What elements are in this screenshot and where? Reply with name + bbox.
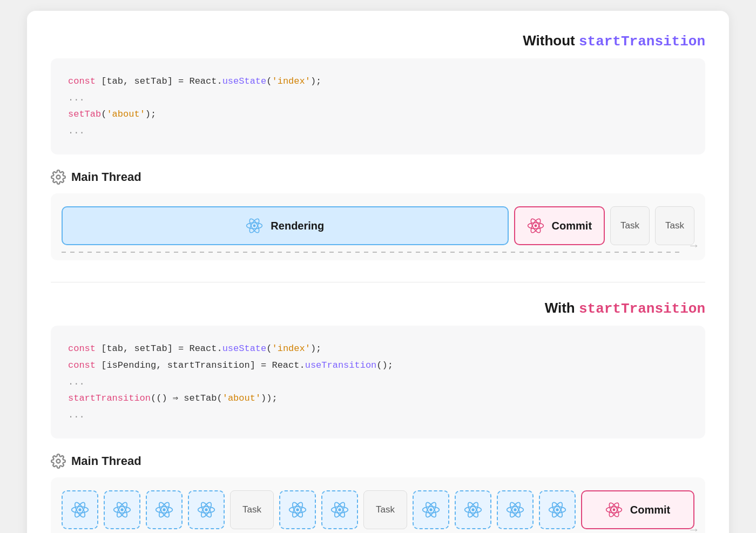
section1-title-row: Without startTransition bbox=[51, 32, 705, 50]
code-block-1: const [tab, setTab] = React.useState('in… bbox=[51, 58, 705, 154]
code-line-2: ... bbox=[68, 90, 688, 107]
react-atom-10 bbox=[548, 500, 567, 519]
react-dashed-3 bbox=[146, 490, 183, 529]
code2-line-4: startTransition(() ⇒ setTab('about')); bbox=[68, 390, 688, 407]
str-index-1: 'index' bbox=[272, 76, 310, 86]
rendering-label: Rendering bbox=[271, 220, 324, 232]
react-dashed-1 bbox=[62, 490, 98, 529]
code-line-3: setTab('about'); bbox=[68, 106, 688, 123]
code-line-4: ... bbox=[68, 123, 688, 140]
react-icon-rendering bbox=[246, 217, 263, 234]
task-block-4: Task bbox=[363, 490, 407, 529]
section1-title-plain: Without bbox=[523, 32, 579, 49]
timeline-inner-2: Task Task bbox=[62, 490, 694, 529]
code-line-1: const [tab, setTab] = React.useState('in… bbox=[68, 73, 688, 90]
code2-line-5: ... bbox=[68, 407, 688, 424]
code-text-1: [tab, setTab] = React. bbox=[101, 76, 222, 86]
svg-point-53 bbox=[612, 509, 615, 511]
commit-label-2: Commit bbox=[630, 504, 670, 516]
react-atom-8 bbox=[463, 500, 483, 519]
react-dashed-5 bbox=[279, 490, 316, 529]
svg-point-17 bbox=[120, 509, 123, 511]
code2-line-2: const [isPending, startTransition] = Rea… bbox=[68, 357, 688, 374]
task-label-1: Task bbox=[620, 220, 639, 231]
react-atom-3 bbox=[154, 500, 174, 519]
gear-icon-2 bbox=[51, 454, 66, 469]
svg-point-37 bbox=[429, 509, 432, 511]
react-icon-commit-1 bbox=[527, 217, 544, 234]
thread-label-row-2: Main Thread bbox=[51, 454, 705, 469]
react-dashed-6 bbox=[321, 490, 358, 529]
thread-label-1: Main Thread bbox=[71, 170, 141, 184]
fn-usestate-1: useState bbox=[222, 76, 267, 86]
gear-icon-1 bbox=[51, 170, 66, 185]
section2-title-mono: startTransition bbox=[579, 301, 705, 317]
svg-point-4 bbox=[253, 225, 256, 227]
task-block-3: Task bbox=[230, 490, 274, 529]
svg-point-49 bbox=[556, 509, 558, 511]
react-dashed-4 bbox=[188, 490, 225, 529]
react-atom-5 bbox=[288, 500, 307, 519]
react-atom-1 bbox=[70, 500, 90, 519]
code-block-2: const [tab, setTab] = React.useState('in… bbox=[51, 326, 705, 438]
timeline-2: Task Task bbox=[51, 477, 705, 533]
svg-point-25 bbox=[205, 509, 207, 511]
section1-title-mono: startTransition bbox=[579, 33, 705, 50]
react-atom-2 bbox=[112, 500, 132, 519]
svg-point-41 bbox=[471, 509, 474, 511]
react-atom-6 bbox=[330, 500, 349, 519]
svg-point-29 bbox=[296, 509, 299, 511]
code2-line-3: ... bbox=[68, 374, 688, 391]
react-dashed-9 bbox=[497, 490, 534, 529]
svg-point-13 bbox=[78, 509, 81, 511]
rendering-block: Rendering bbox=[62, 206, 509, 245]
commit-block-1: Commit bbox=[514, 206, 605, 245]
timeline-arrow-2: → bbox=[688, 523, 700, 533]
str-about-1: 'about' bbox=[106, 109, 145, 119]
section1-title: Without startTransition bbox=[523, 32, 705, 50]
timeline-1: Rendering Commit Task Task → bbox=[51, 193, 705, 260]
section2-title-row: With startTransition bbox=[51, 300, 705, 317]
react-atom-7 bbox=[421, 500, 441, 519]
react-atom-4 bbox=[197, 500, 216, 519]
task-label-2: Task bbox=[665, 220, 684, 231]
svg-point-33 bbox=[338, 509, 341, 511]
react-dashed-2 bbox=[104, 490, 140, 529]
react-dashed-10 bbox=[539, 490, 576, 529]
svg-point-45 bbox=[514, 509, 516, 511]
commit-label-1: Commit bbox=[552, 220, 592, 232]
code2-line-1: const [tab, setTab] = React.useState('in… bbox=[68, 341, 688, 357]
task-label-4: Task bbox=[376, 504, 395, 515]
commit-block-2: Commit bbox=[581, 490, 694, 529]
react-dashed-8 bbox=[455, 490, 491, 529]
svg-point-21 bbox=[163, 509, 165, 511]
section2-title-plain: With bbox=[545, 300, 579, 316]
svg-point-8 bbox=[534, 225, 537, 227]
svg-point-9 bbox=[57, 460, 60, 463]
task-block-1: Task bbox=[610, 206, 650, 245]
kw-const-1: const bbox=[68, 76, 101, 86]
fn-settab-1: setTab bbox=[68, 109, 101, 119]
svg-point-0 bbox=[57, 176, 60, 179]
react-dashed-7 bbox=[413, 490, 449, 529]
thread-label-2: Main Thread bbox=[71, 454, 141, 468]
react-icon-commit-2 bbox=[605, 501, 623, 518]
thread-label-row-1: Main Thread bbox=[51, 170, 705, 185]
section2-title: With startTransition bbox=[545, 300, 705, 317]
main-card: Without startTransition const [tab, setT… bbox=[27, 11, 729, 533]
divider bbox=[51, 282, 705, 282]
task-label-3: Task bbox=[242, 504, 261, 515]
timeline-arrow-1: → bbox=[688, 239, 700, 253]
timeline-inner-1: Rendering Commit Task Task bbox=[62, 206, 694, 245]
react-atom-9 bbox=[505, 500, 525, 519]
timeline-dashes-1 bbox=[62, 252, 684, 253]
